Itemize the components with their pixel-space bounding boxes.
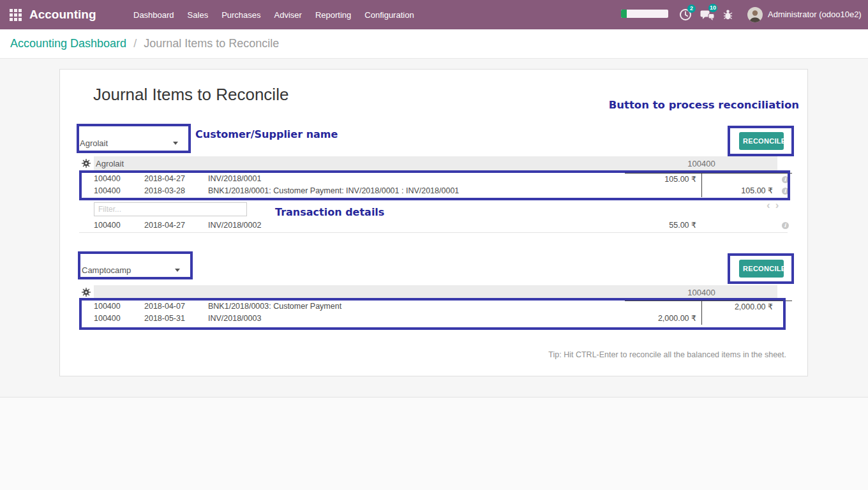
matched-lines-group-1: 100400 2018-04-27 INV/2018/0001 105.00 ₹… (79, 173, 792, 197)
pager: ‹ › (767, 199, 779, 211)
row-indent (79, 219, 94, 232)
row-account: 100400 (94, 219, 144, 232)
row-indent (79, 185, 94, 197)
row-account: 100400 (94, 173, 144, 185)
messages-count-badge: 10 (708, 4, 717, 12)
row-amounts: 2,000.00 ₹ (625, 313, 792, 325)
row-date: 2018-04-27 (144, 219, 208, 232)
row-indent (79, 313, 94, 325)
header-account-code: 100400 (663, 285, 740, 300)
header-partner-name: Agrolait (96, 156, 124, 171)
page-footer-area (0, 397, 868, 490)
row-credit: 2,000.00 ₹ (701, 301, 778, 313)
journal-item-row[interactable]: 100400 2018-04-27 INV/2018/0001 105.00 ₹… (79, 173, 792, 185)
planner-progress-bar[interactable] (621, 10, 668, 18)
apps-grid-icon[interactable] (10, 9, 22, 21)
row-indent (79, 173, 94, 185)
row-account: 100400 (94, 313, 144, 325)
filter-input[interactable] (94, 202, 247, 216)
user-menu[interactable]: Administrator (odoo10e2) (768, 0, 862, 29)
row-label: INV/2018/0001 (208, 173, 625, 185)
pager-next-icon[interactable]: › (775, 199, 779, 211)
table-header-2: 100400 (79, 285, 792, 300)
partner-select-1[interactable]: Agrolait (80, 130, 182, 152)
messages-icon[interactable] (700, 10, 715, 24)
info-icon[interactable]: i (782, 176, 789, 183)
reconcile-tip: Tip: Hit CTRL-Enter to reconcile all the… (548, 350, 786, 359)
menu-configuration[interactable]: Configuration (364, 10, 414, 20)
row-label: INV/2018/0003 (208, 313, 625, 325)
table-header-1: Agrolait 100400 (79, 156, 792, 171)
partner-select-1-value: Agrolait (80, 138, 108, 148)
row-debit: 2,000.00 ₹ (625, 313, 701, 325)
breadcrumb-separator: / (133, 37, 137, 50)
row-credit: 105.00 ₹ (701, 185, 778, 197)
row-label: INV/2018/0002 (208, 219, 625, 232)
annotation-partner-label: Customer/Supplier name (195, 128, 338, 140)
debug-bug-icon[interactable] (723, 9, 733, 22)
partner-select-2-value: Camptocamp (82, 265, 131, 275)
journal-item-row[interactable]: 100400 2018-03-28 BNK1/2018/0001: Custom… (79, 185, 792, 197)
row-amounts: 105.00 ₹ i (625, 173, 792, 185)
header-account-code: 100400 (663, 156, 740, 171)
row-credit (701, 219, 778, 232)
breadcrumb-current: Journal Items to Reconcile (144, 37, 279, 50)
activities-count-badge: 2 (687, 4, 696, 13)
journal-item-row[interactable]: 100400 2018-05-31 INV/2018/0003 2,000.00… (79, 313, 792, 325)
reconcile-button-1[interactable]: RECONCILE (739, 132, 784, 150)
row-indent (79, 301, 94, 313)
breadcrumb-bar: Accounting Dashboard / Journal Items to … (0, 29, 868, 59)
gear-icon[interactable] (82, 288, 91, 297)
dropdown-caret-icon (175, 269, 180, 272)
row-account: 100400 (94, 185, 144, 197)
row-debit (625, 301, 701, 313)
menu-dashboard[interactable]: Dashboard (133, 10, 174, 20)
info-icon[interactable]: i (782, 222, 789, 229)
row-date: 2018-03-28 (144, 185, 208, 197)
row-label: BNK1/2018/0003: Customer Payment (208, 301, 625, 313)
page-content: Journal Items to Reconcile Button to pro… (0, 59, 868, 397)
annotation-transaction-details-label: Transaction details (275, 206, 384, 218)
breadcrumb-accounting-dashboard[interactable]: Accounting Dashboard (10, 37, 126, 50)
table-1-divider (79, 232, 788, 233)
journal-item-row[interactable]: 100400 2018-04-27 INV/2018/0002 55.00 ₹ … (79, 219, 792, 232)
app-name[interactable]: Accounting (29, 0, 96, 29)
annotation-reconcile-button-label: Button to process reconciliation (609, 99, 799, 111)
page-title: Journal Items to Reconcile (93, 85, 288, 105)
info-icon[interactable]: i (782, 188, 789, 195)
user-avatar[interactable] (747, 7, 763, 22)
row-date: 2018-04-07 (144, 301, 208, 313)
row-debit: 105.00 ₹ (625, 174, 701, 185)
planner-progress-fill (621, 10, 627, 18)
reconcile-button-2[interactable]: RECONCILE (739, 260, 784, 278)
main-menu: Dashboard Sales Purchases Adviser Report… (133, 0, 414, 29)
dropdown-caret-icon (173, 142, 178, 145)
row-credit (701, 174, 778, 185)
table-header-bar: Agrolait 100400 (94, 156, 777, 171)
top-navbar: Accounting Dashboard Sales Purchases Adv… (0, 0, 868, 29)
row-date: 2018-04-27 (144, 173, 208, 185)
row-amounts: 55.00 ₹ i (625, 219, 792, 232)
menu-purchases[interactable]: Purchases (221, 10, 260, 20)
row-debit (625, 185, 701, 197)
row-credit (701, 313, 778, 325)
pager-prev-icon[interactable]: ‹ (767, 199, 770, 211)
row-date: 2018-05-31 (144, 313, 208, 325)
partner-select-2[interactable]: Camptocamp (82, 256, 184, 279)
row-debit: 55.00 ₹ (625, 219, 701, 232)
available-lines-1: 100400 2018-04-27 INV/2018/0002 55.00 ₹ … (79, 219, 792, 232)
matched-lines-group-2: 100400 2018-04-07 BNK1/2018/0003: Custom… (79, 301, 792, 325)
journal-item-row[interactable]: 100400 2018-04-07 BNK1/2018/0003: Custom… (79, 301, 792, 313)
menu-adviser[interactable]: Adviser (274, 10, 302, 20)
table-header-bar: 100400 (94, 285, 777, 300)
reconciliation-sheet: Journal Items to Reconcile Button to pro… (59, 69, 808, 376)
menu-sales[interactable]: Sales (188, 10, 209, 20)
gear-icon[interactable] (82, 159, 91, 168)
row-account: 100400 (94, 301, 144, 313)
breadcrumb: Accounting Dashboard / Journal Items to … (10, 29, 279, 58)
row-amounts: 2,000.00 ₹ (625, 301, 792, 313)
menu-reporting[interactable]: Reporting (315, 10, 351, 20)
row-amounts: 105.00 ₹ i (625, 185, 792, 197)
row-label: BNK1/2018/0001: Customer Payment: INV/20… (208, 185, 625, 197)
